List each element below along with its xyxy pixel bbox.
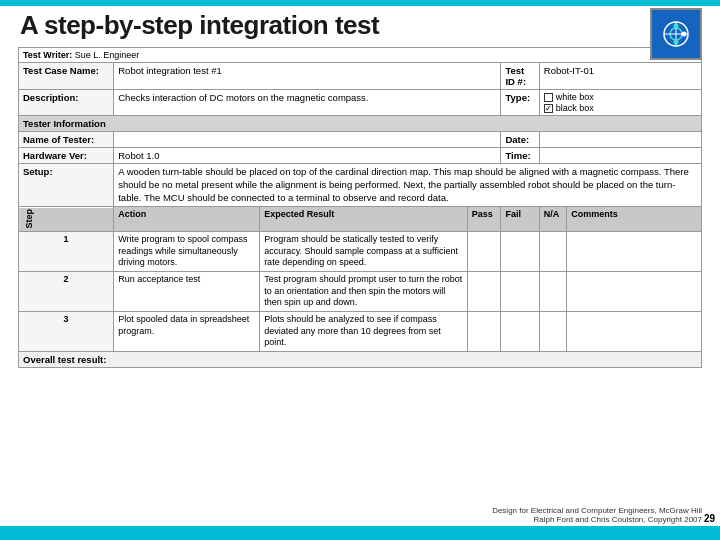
step-action-1: Write program to spool compass readings … [114, 231, 260, 271]
test-case-label: Test Case Name: [19, 63, 114, 90]
hardware-ver-label: Hardware Ver: [19, 148, 114, 164]
white-box-option: white box [544, 92, 697, 102]
step-pass-3 [467, 312, 501, 352]
step-na-1 [539, 231, 566, 271]
step-expected-3: Plots should be analyzed to see if compa… [260, 312, 468, 352]
step-na-3 [539, 312, 566, 352]
overall-label: Overall test result: [19, 352, 702, 368]
step-expected-1: Program should be statically tested to v… [260, 231, 468, 271]
test-case-value: Robot integration test #1 [114, 63, 501, 90]
setup-row: Setup: A wooden turn-table should be pla… [19, 164, 702, 207]
white-box-label: white box [556, 92, 594, 102]
step-action-3: Plot spooled data in spreadsheet program… [114, 312, 260, 352]
step-comments-1 [567, 231, 702, 271]
comments-col-header: Comments [567, 207, 702, 232]
black-box-checkbox [544, 104, 553, 113]
bottom-bar [0, 526, 720, 540]
test-case-row: Test Case Name: Robot integration test #… [19, 63, 702, 90]
setup-label: Setup: [19, 164, 114, 207]
table-row: 2 Run acceptance test Test program shoul… [19, 272, 702, 312]
step-col-header: Step [19, 207, 114, 232]
table-row: 1 Write program to spool compass reading… [19, 231, 702, 271]
main-table: Test Writer: Sue L. Engineer Test Case N… [18, 47, 702, 368]
expected-col-header: Expected Result [260, 207, 468, 232]
step-num-2: 2 [19, 272, 114, 312]
test-id-label: Test ID #: [501, 63, 539, 90]
footer-line2: Ralph Ford and Chris Coulston, Copyright… [492, 515, 702, 524]
hardware-time-row: Hardware Ver: Robot 1.0 Time: [19, 148, 702, 164]
page-number: 29 [704, 513, 715, 524]
type-checkboxes: white box black box [544, 92, 697, 113]
name-of-tester-value [114, 132, 501, 148]
table-row: 3 Plot spooled data in spreadsheet progr… [19, 312, 702, 352]
description-label: Description: [19, 90, 114, 116]
time-label: Time: [501, 148, 539, 164]
description-row: Description: Checks interaction of DC mo… [19, 90, 702, 116]
column-header-row: Step Action Expected Result Pass Fail N/… [19, 207, 702, 232]
type-value: white box black box [539, 90, 701, 116]
step-fail-3 [501, 312, 539, 352]
step-num-3: 3 [19, 312, 114, 352]
na-col-header: N/A [539, 207, 566, 232]
svg-point-7 [674, 40, 679, 45]
footer-text: Design for Electrical and Computer Engin… [492, 506, 702, 524]
step-comments-2 [567, 272, 702, 312]
step-expected-2: Test program should prompt user to turn … [260, 272, 468, 312]
type-label: Type: [501, 90, 539, 116]
overall-row: Overall test result: [19, 352, 702, 368]
white-box-checkbox [544, 93, 553, 102]
step-num-1: 1 [19, 231, 114, 271]
svg-point-6 [682, 32, 687, 37]
top-bar [0, 0, 720, 6]
black-box-option: black box [544, 103, 697, 113]
step-action-2: Run acceptance test [114, 272, 260, 312]
setup-value: A wooden turn-table should be placed on … [114, 164, 702, 207]
page-title: A step-by-step integration test [0, 0, 720, 47]
name-of-tester-label: Name of Tester: [19, 132, 114, 148]
action-col-header: Action [114, 207, 260, 232]
step-fail-2 [501, 272, 539, 312]
step-na-2 [539, 272, 566, 312]
step-pass-1 [467, 231, 501, 271]
fail-col-header: Fail [501, 207, 539, 232]
step-comments-3 [567, 312, 702, 352]
step-fail-1 [501, 231, 539, 271]
step-pass-2 [467, 272, 501, 312]
date-label: Date: [501, 132, 539, 148]
tester-info-header: Tester Information [19, 116, 702, 132]
time-value [539, 148, 701, 164]
test-writer-row: Test Writer: Sue L. Engineer [19, 48, 702, 63]
tester-date-row: Name of Tester: Date: [19, 132, 702, 148]
pass-col-header: Pass [467, 207, 501, 232]
tester-info-label: Tester Information [19, 116, 702, 132]
logo [650, 8, 702, 60]
hardware-ver-value: Robot 1.0 [114, 148, 501, 164]
date-value [539, 132, 701, 148]
test-id-value: Robot-IT-01 [539, 63, 701, 90]
svg-point-5 [674, 24, 679, 29]
test-writer-label: Test Writer: [23, 50, 72, 60]
test-writer-value: Sue L. Engineer [75, 50, 140, 60]
main-content: Test Writer: Sue L. Engineer Test Case N… [0, 47, 720, 368]
black-box-label: black box [556, 103, 594, 113]
footer-line1: Design for Electrical and Computer Engin… [492, 506, 702, 515]
description-value: Checks interaction of DC motors on the m… [114, 90, 501, 116]
